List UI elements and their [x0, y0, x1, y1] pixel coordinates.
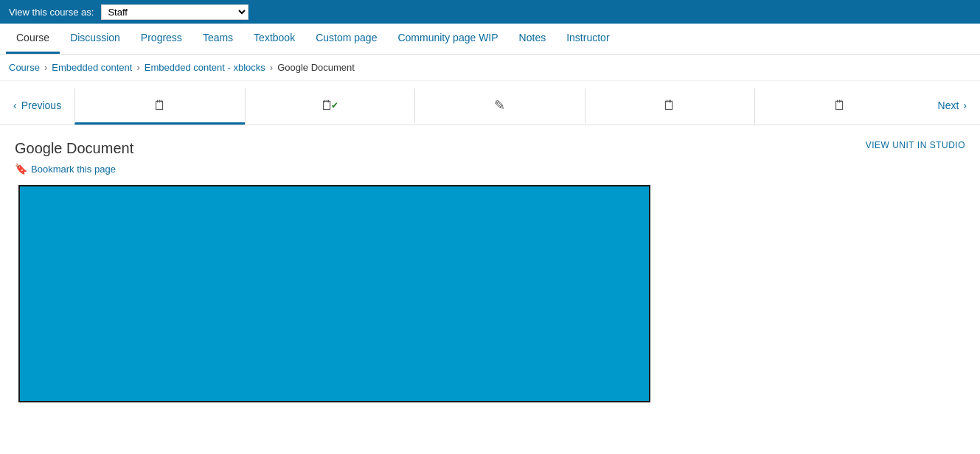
view-studio-link[interactable]: VIEW UNIT IN STUDIO — [866, 140, 965, 150]
breadcrumb: Course › Embedded content › Embedded con… — [0, 55, 980, 81]
tab-teams[interactable]: Teams — [192, 24, 243, 54]
breadcrumb-embedded-content[interactable]: Embedded content — [52, 62, 132, 73]
tab-notes[interactable]: Notes — [509, 24, 557, 54]
breadcrumb-sep-1: › — [44, 62, 47, 73]
next-label: Next — [938, 99, 959, 111]
unit-tab-4[interactable]: 🗒 — [585, 88, 754, 125]
content-header: Google Document VIEW UNIT IN STUDIO — [15, 140, 965, 157]
unit-tab-1-icon: 🗒 — [153, 98, 167, 114]
bookmark-link[interactable]: Bookmark this page — [31, 164, 116, 175]
breadcrumb-sep-3: › — [270, 62, 273, 73]
unit-tab-4-icon: 🗒 — [663, 98, 676, 114]
unit-nav-bar: ‹ Previous 🗒 🗒 ✔ ✎ 🗒 🗒 Next › — [0, 88, 980, 125]
unit-tab-2[interactable]: 🗒 ✔ — [245, 88, 414, 125]
next-button[interactable]: Next › — [925, 88, 980, 125]
next-chevron-icon: › — [963, 99, 967, 111]
tab-community-wip[interactable]: Community page WIP — [387, 24, 508, 54]
unit-tab-2-check-icon: ✔ — [331, 100, 338, 111]
breadcrumb-current: Google Document — [277, 62, 355, 73]
bookmark-icon: 🔖 — [15, 163, 27, 175]
unit-tab-5[interactable]: 🗒 — [754, 88, 924, 125]
unit-tab-3-icon: ✎ — [494, 97, 505, 114]
content-area: Google Document VIEW UNIT IN STUDIO 🔖 Bo… — [0, 125, 980, 402]
breadcrumb-course[interactable]: Course — [9, 62, 40, 73]
tab-course[interactable]: Course — [6, 24, 60, 54]
view-as-label: View this course as: — [9, 7, 94, 18]
breadcrumb-embedded-xblocks[interactable]: Embedded content - xblocks — [145, 62, 265, 73]
tab-textbook[interactable]: Textbook — [243, 24, 305, 54]
view-as-select[interactable]: Staff Student Audit — [101, 4, 249, 20]
page-title: Google Document — [15, 140, 133, 157]
unit-tab-5-icon: 🗒 — [833, 98, 847, 114]
prev-chevron-icon: ‹ — [13, 99, 17, 111]
previous-button[interactable]: ‹ Previous — [0, 88, 74, 125]
tab-progress[interactable]: Progress — [131, 24, 192, 54]
previous-label: Previous — [21, 99, 61, 111]
top-bar: View this course as: Staff Student Audit — [0, 0, 980, 24]
breadcrumb-sep-2: › — [136, 62, 139, 73]
tab-instructor[interactable]: Instructor — [556, 24, 619, 54]
main-nav: Course Discussion Progress Teams Textboo… — [0, 24, 980, 55]
tab-custom-page[interactable]: Custom page — [305, 24, 387, 54]
bookmark-row[interactable]: 🔖 Bookmark this page — [15, 163, 965, 175]
unit-tab-3[interactable]: ✎ — [414, 88, 584, 125]
unit-tab-1[interactable]: 🗒 — [74, 88, 244, 125]
embedded-content-area — [18, 185, 650, 402]
tab-discussion[interactable]: Discussion — [60, 24, 131, 54]
